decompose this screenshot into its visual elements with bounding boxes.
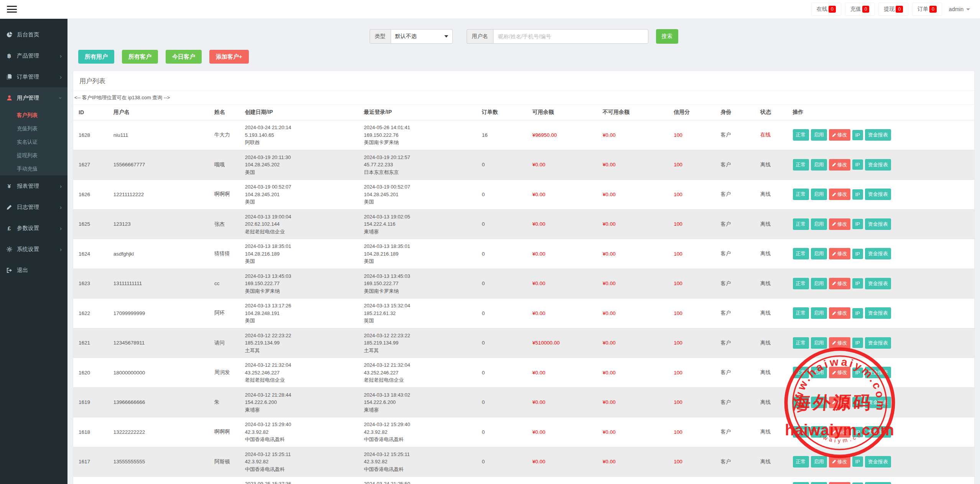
sidebar-subitem-customer-list[interactable]: 客户列表 <box>0 108 67 122</box>
edit-button[interactable]: 修改 <box>829 129 850 141</box>
edit-button[interactable]: 修改 <box>829 218 850 230</box>
fund-report-button[interactable]: 资金报表 <box>865 159 891 171</box>
ip-button[interactable]: IP <box>852 456 863 467</box>
normal-button[interactable]: 正常 <box>793 397 809 408</box>
ip-button[interactable]: IP <box>852 308 863 318</box>
sidebar-subitem-withdraw-list[interactable]: 提现列表 <box>0 149 67 162</box>
ip-button[interactable]: IP <box>852 219 863 229</box>
ip-button[interactable]: IP <box>852 249 863 259</box>
col-name: 姓名 <box>212 105 243 120</box>
edit-button[interactable]: 修改 <box>829 189 850 200</box>
cell-created: 2024-03-19 00:52:07104.28.245.201美国 <box>243 180 362 210</box>
fund-report-button[interactable]: 资金报表 <box>865 189 891 200</box>
edit-button[interactable]: 修改 <box>829 307 850 319</box>
sidebar-item-logs[interactable]: 日志管理 › <box>0 197 67 218</box>
ip-button[interactable]: IP <box>852 278 863 289</box>
edit-button[interactable]: 修改 <box>829 337 850 349</box>
chevron-right-icon: › <box>60 183 62 189</box>
hamburger-menu-icon[interactable] <box>7 6 17 13</box>
today-customers-button[interactable]: 今日客户 <box>166 50 202 64</box>
edit-button[interactable]: 修改 <box>829 367 850 378</box>
cell-status: 离线 <box>758 269 791 299</box>
all-customers-button[interactable]: 所有客户 <box>122 50 158 64</box>
fund-report-button[interactable]: 资金报表 <box>865 129 891 141</box>
cell-login: 2024-03-13 18:43:02154.222.6.200柬埔寨 <box>362 387 480 417</box>
fund-report-button[interactable]: 资金报表 <box>865 397 891 408</box>
normal-button[interactable]: 正常 <box>793 278 809 289</box>
edit-button[interactable]: 修改 <box>829 426 850 438</box>
ip-button[interactable]: IP <box>852 159 863 170</box>
recharge-stat[interactable]: 充值 0 <box>845 3 875 16</box>
fund-report-button[interactable]: 资金报表 <box>865 456 891 468</box>
edit-button[interactable]: 修改 <box>829 278 850 289</box>
normal-button[interactable]: 正常 <box>793 367 809 378</box>
ip-button[interactable]: IP <box>852 397 863 407</box>
fund-report-button[interactable]: 资金报表 <box>865 426 891 438</box>
order-stat[interactable]: 订单 0 <box>912 3 942 16</box>
enable-button[interactable]: 启用 <box>811 426 827 438</box>
sidebar-item-system[interactable]: 系统设置 › <box>0 239 67 260</box>
ip-button[interactable]: IP <box>852 368 863 378</box>
ip-button[interactable]: IP <box>852 130 863 140</box>
admin-menu[interactable]: admin <box>946 6 973 12</box>
normal-button[interactable]: 正常 <box>793 189 809 200</box>
sidebar-subitem-recharge-list[interactable]: 充值列表 <box>0 122 67 135</box>
sidebar-item-products[interactable]: ฿ 产品管理 › <box>0 45 67 66</box>
normal-button[interactable]: 正常 <box>793 248 809 259</box>
enable-button[interactable]: 启用 <box>811 129 827 141</box>
enable-button[interactable]: 启用 <box>811 248 827 259</box>
fund-report-button[interactable]: 资金报表 <box>865 482 891 484</box>
enable-button[interactable]: 启用 <box>811 482 827 484</box>
ip-button[interactable]: IP <box>852 427 863 437</box>
enable-button[interactable]: 启用 <box>811 159 827 171</box>
fund-report-button[interactable]: 资金报表 <box>865 307 891 319</box>
cell-actions: 正常启用修改IP资金报表 <box>791 447 975 477</box>
username-input[interactable] <box>493 29 648 44</box>
normal-button[interactable]: 正常 <box>793 218 809 230</box>
withdraw-stat[interactable]: 提现 0 <box>878 3 908 16</box>
edit-button[interactable]: 修改 <box>829 482 850 484</box>
all-users-button[interactable]: 所有用户 <box>78 50 114 64</box>
fund-report-button[interactable]: 资金报表 <box>865 367 891 378</box>
fund-report-button[interactable]: 资金报表 <box>865 248 891 259</box>
edit-button[interactable]: 修改 <box>829 159 850 171</box>
fund-report-button[interactable]: 资金报表 <box>865 337 891 349</box>
search-button[interactable]: 搜索 <box>656 29 678 44</box>
enable-button[interactable]: 启用 <box>811 307 827 319</box>
sidebar-item-users[interactable]: 用户管理 › <box>0 87 67 108</box>
ip-button[interactable]: IP <box>852 189 863 200</box>
sidebar-item-orders[interactable]: 订单管理 › <box>0 66 67 87</box>
enable-button[interactable]: 启用 <box>811 367 827 378</box>
enable-button[interactable]: 启用 <box>811 189 827 200</box>
enable-button[interactable]: 启用 <box>811 337 827 349</box>
fund-report-button[interactable]: 资金报表 <box>865 218 891 230</box>
pencil-icon <box>832 192 836 197</box>
normal-button[interactable]: 正常 <box>793 307 809 319</box>
type-select[interactable]: 默认不选 <box>391 29 453 44</box>
sidebar-item-dashboard[interactable]: 后台首页 <box>0 24 67 45</box>
online-stat[interactable]: 在线 0 <box>811 3 841 16</box>
ip-button[interactable]: IP <box>852 482 863 484</box>
sidebar-item-reports[interactable]: ¥ 报表管理 › <box>0 176 67 197</box>
edit-button[interactable]: 修改 <box>829 456 850 468</box>
normal-button[interactable]: 正常 <box>793 426 809 438</box>
edit-button[interactable]: 修改 <box>829 397 850 408</box>
normal-button[interactable]: 正常 <box>793 456 809 468</box>
topbar: 在线 0 充值 0 提现 0 订单 0 admin <box>0 0 980 19</box>
enable-button[interactable]: 启用 <box>811 218 827 230</box>
add-customer-button[interactable]: 添加客户+ <box>209 50 249 64</box>
normal-button[interactable]: 正常 <box>793 482 809 484</box>
normal-button[interactable]: 正常 <box>793 129 809 141</box>
sidebar-item-params[interactable]: £ 参数设置 › <box>0 218 67 239</box>
enable-button[interactable]: 启用 <box>811 397 827 408</box>
enable-button[interactable]: 启用 <box>811 278 827 289</box>
enable-button[interactable]: 启用 <box>811 456 827 468</box>
sidebar-item-logout[interactable]: 退出 <box>0 260 67 281</box>
sidebar-subitem-realname-auth[interactable]: 实名认证 <box>0 135 67 149</box>
normal-button[interactable]: 正常 <box>793 159 809 171</box>
sidebar-subitem-manual-recharge[interactable]: 手动充值 <box>0 162 67 176</box>
fund-report-button[interactable]: 资金报表 <box>865 278 891 289</box>
ip-button[interactable]: IP <box>852 338 863 348</box>
normal-button[interactable]: 正常 <box>793 337 809 349</box>
edit-button[interactable]: 修改 <box>829 248 850 259</box>
